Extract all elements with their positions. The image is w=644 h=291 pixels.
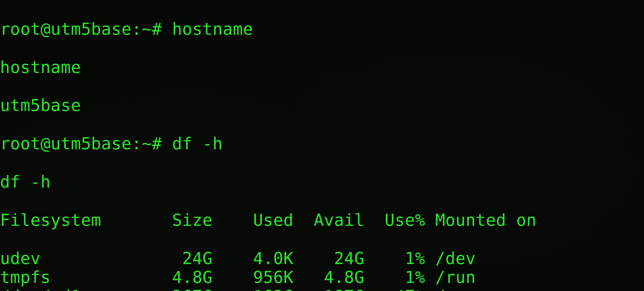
df-row: /dev/md1 367G 162G 187G 47% / xyxy=(0,287,644,291)
echoed-command-2: df -h xyxy=(0,172,644,192)
command-hostname: hostname xyxy=(172,19,253,39)
df-output-rows: udev 24G 4.0K 24G 1% /devtmpfs 4.8G 956K… xyxy=(0,249,644,291)
prompt-prefix: root@utm5base:~# xyxy=(0,19,172,39)
command-df: df -h xyxy=(172,134,223,153)
terminal[interactable]: root@utm5base:~# hostname hostname utm5b… xyxy=(0,0,644,291)
prompt-line-1: root@utm5base:~# hostname xyxy=(0,20,644,39)
prompt-prefix: root@utm5base:~# xyxy=(0,134,172,153)
df-row: tmpfs 4.8G 956K 4.8G 1% /run xyxy=(0,268,644,287)
prompt-line-2: root@utm5base:~# df -h xyxy=(0,134,644,153)
df-header-row: Filesystem Size Used Avail Use% Mounted … xyxy=(0,211,644,230)
df-row: udev 24G 4.0K 24G 1% /dev xyxy=(0,249,644,268)
echoed-command-1: hostname xyxy=(0,58,644,77)
hostname-output: utm5base xyxy=(0,96,644,115)
